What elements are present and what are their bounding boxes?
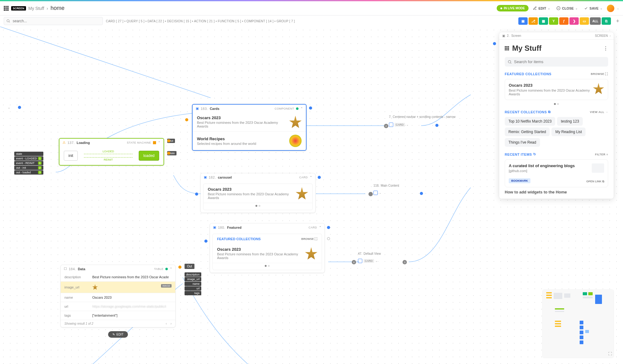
state-loaded[interactable]: loaded (139, 151, 159, 161)
collapse-icon[interactable]: ⌃ (300, 107, 303, 110)
port-count[interactable]: 3 (403, 260, 407, 264)
port[interactable] (493, 42, 496, 45)
card-row[interactable]: Oscars 2023Best Picture nominees from th… (203, 184, 312, 203)
port[interactable] (18, 106, 21, 109)
node-featured[interactable]: ▣ 180. Featured CARD ⌃ FEATURED COLLECTI… (210, 223, 325, 273)
port[interactable] (204, 240, 207, 243)
port-count[interactable]: 8 (352, 260, 356, 264)
item-title-cut: How to add widgets to the Home (505, 190, 608, 194)
save-button[interactable]: SAVE⌄ (582, 5, 604, 11)
viewall-action[interactable]: VIEW ALL → (590, 110, 608, 114)
top-bar: SCREEN My Stuff › home IN LIVE MODE EDIT… (0, 1, 623, 15)
port[interactable] (195, 193, 198, 196)
browse-link[interactable]: BROWSE ⛶ (301, 237, 317, 240)
tool-action[interactable]: ƒ (559, 17, 569, 25)
tool-group[interactable]: ⎘ (602, 17, 611, 25)
featured-card[interactable]: Oscars 2023Best Picture nominees from th… (505, 79, 608, 100)
recipe-icon (289, 135, 302, 147)
tool-card[interactable]: ▣ (518, 17, 528, 25)
chip[interactable]: Things I've Read (505, 138, 540, 147)
browse-action[interactable]: BROWSE ⛶ (591, 72, 608, 76)
collapse-icon[interactable]: ⌃ (319, 226, 321, 229)
canvas-stats: CARD [ 27 ] • QUERY [ 5 ] • DATA [ 22 ] … (106, 20, 295, 23)
card-row[interactable]: World RecipesSelected recipes from aroun… (193, 132, 306, 150)
card-row[interactable]: Oscars 2023Best Picture nominees from th… (213, 244, 322, 263)
preview-expand-icon[interactable]: › (610, 34, 611, 37)
group-box-icon[interactable] (389, 123, 393, 127)
expand-minimap-icon[interactable]: ⛶ (608, 352, 612, 356)
search-icon (6, 19, 10, 23)
search-input[interactable] (4, 17, 103, 25)
port[interactable] (167, 152, 170, 155)
port-count[interactable]: 2 (384, 124, 388, 128)
port[interactable] (420, 192, 423, 195)
chip[interactable]: Remix: Getting Started (505, 128, 550, 136)
table-row: descriptionBest Picture nominees from th… (61, 273, 175, 282)
bookmark-badge: BOOKMARK (509, 178, 530, 183)
thumbnail (592, 163, 604, 173)
collapse-chevron[interactable]: ⌄ (7, 105, 11, 110)
collapse-icon[interactable]: ⌃ (310, 176, 312, 179)
collapse-icon[interactable]: ⌃ (158, 141, 160, 144)
preview-search-input[interactable] (505, 57, 608, 67)
tool-decision[interactable]: Y (549, 17, 558, 25)
tool-component[interactable]: ▭ (580, 17, 589, 25)
edit-pill[interactable]: ✎ EDIT (108, 331, 128, 338)
port[interactable] (327, 226, 330, 229)
user-avatar[interactable] (607, 5, 614, 12)
svg-point-1 (7, 20, 9, 22)
port[interactable] (167, 139, 170, 142)
minimap[interactable]: ⛶ (542, 290, 614, 358)
second-bar: CARD [ 27 ] • QUERY [ 5 ] • DATA [ 22 ] … (0, 15, 623, 27)
chip[interactable]: My Reading List (551, 128, 586, 136)
filter-action[interactable]: FILTER ≡ (595, 153, 608, 156)
open-link[interactable]: OPEN LINK ⧉ (586, 180, 604, 183)
live-mode-badge[interactable]: IN LIVE MODE (497, 5, 529, 11)
tool-all[interactable]: ALL (590, 17, 601, 25)
collapse-icon[interactable]: ⌃ (170, 267, 172, 271)
chip[interactable]: Top 10 Netflix March 2023 (505, 117, 555, 126)
add-node-button[interactable]: + (616, 18, 619, 24)
group-default[interactable]: 47.Default View (358, 252, 381, 255)
tool-function[interactable]: ❯ (569, 17, 579, 25)
status-dot (165, 268, 168, 270)
node-carousel[interactable]: ▣ 182. carousel CARD ⌃ Oscars 2023Best P… (201, 173, 315, 213)
port[interactable] (309, 106, 312, 110)
card-row[interactable]: Oscars 2023Best Picture nominees from th… (193, 112, 306, 132)
apps-menu-icon[interactable] (4, 6, 9, 11)
breadcrumb-sep: › (47, 6, 48, 11)
more-icon[interactable]: ⋮ (603, 46, 608, 51)
preview-panel: ▣2.Screen SCREEN› My Stuff ⋮ FEATURED CO… (499, 32, 614, 199)
chip[interactable]: testing 123 (557, 117, 583, 126)
svg-point-2 (508, 60, 511, 63)
group-centered[interactable]: 7.Centered navbar + scrolling contents -… (389, 115, 455, 119)
screen-badge: SCREEN (11, 6, 26, 11)
node-data[interactable]: ☐ 184. Data TABLE ⌃ descriptionBest Pict… (61, 265, 175, 327)
oscar-icon (296, 187, 308, 200)
port[interactable] (368, 192, 373, 196)
breadcrumb[interactable]: My Stuff (28, 6, 44, 11)
tool-data[interactable]: ▦ (539, 17, 548, 25)
oscar-icon (593, 83, 604, 94)
pagination[interactable]: ‹› (166, 322, 172, 325)
tool-query[interactable]: ⎇ (529, 17, 538, 25)
group-main[interactable]: 118.Main Content (373, 184, 399, 187)
edit-button[interactable]: EDIT⌄ (531, 5, 552, 11)
port[interactable] (185, 118, 188, 121)
group-box-icon[interactable] (358, 259, 362, 263)
group-box-icon[interactable] (373, 191, 378, 195)
node-cards[interactable]: ▣ 183. Cards COMPONENT ⌃ Oscars 2023Best… (192, 104, 307, 151)
port[interactable] (435, 124, 438, 127)
data-table: descriptionBest Picture nominees from th… (61, 273, 175, 320)
apps-icon[interactable] (505, 46, 509, 50)
close-button[interactable]: CLOSE⌄ (555, 5, 580, 11)
port[interactable] (327, 237, 330, 240)
user-menu-chevron[interactable]: ⌄ (617, 7, 619, 10)
canvas[interactable]: ⌄ state event - LOADED1 event - REINIT1 … (0, 27, 623, 364)
state-init[interactable]: init (64, 151, 78, 161)
port[interactable] (318, 176, 321, 179)
port[interactable] (178, 266, 181, 269)
table-row: nameOscars 2023 (61, 293, 175, 302)
item-card[interactable]: A curated list of engineering blogs [git… (505, 159, 608, 187)
node-loading[interactable]: ⚠ 137. Loading STATE MACHINE ⌃ init LOAD… (59, 138, 164, 166)
